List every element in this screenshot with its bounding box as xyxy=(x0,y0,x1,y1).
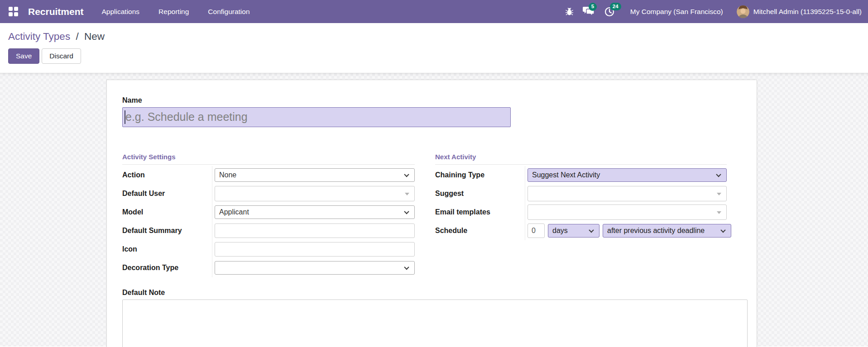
chevron-down-icon xyxy=(404,172,409,177)
caret-down-icon xyxy=(717,193,721,195)
model-select[interactable]: Applicant xyxy=(215,205,415,219)
default-user-field[interactable] xyxy=(215,186,415,201)
action-select[interactable]: None xyxy=(215,168,415,182)
form-action-buttons: Save Discard xyxy=(8,48,868,64)
next-activity-title: Next Activity xyxy=(435,153,727,165)
messages-icon[interactable]: 5 xyxy=(583,6,595,17)
apps-grid-cell xyxy=(14,12,18,16)
chevron-down-icon xyxy=(404,265,409,270)
model-row: Model Applicant xyxy=(122,203,415,222)
decoration-type-label: Decoration Type xyxy=(122,259,212,277)
bug-icon xyxy=(565,7,574,16)
apps-grid-cell xyxy=(14,7,18,11)
default-summary-label: Default Summary xyxy=(122,222,212,240)
user-menu[interactable]: Mitchell Admin (11395225-15-0-all) xyxy=(737,5,862,18)
activities-clock-icon[interactable]: 24 xyxy=(604,6,615,17)
activity-settings-title: Activity Settings xyxy=(122,153,415,165)
navbar-systray: 5 24 My Company (San Francisco) Mitchell… xyxy=(565,5,862,18)
control-panel: Activity Types / New Save Discard xyxy=(0,23,868,73)
menu-reporting[interactable]: Reporting xyxy=(158,1,190,23)
schedule-row: Schedule days after previous activity de… xyxy=(435,222,727,240)
chaining-type-select-value: Suggest Next Activity xyxy=(532,171,600,179)
breadcrumb-separator: / xyxy=(76,31,78,42)
apps-grid-icon[interactable] xyxy=(9,7,18,16)
chevron-down-icon xyxy=(720,228,725,233)
action-row: Action None xyxy=(122,166,415,185)
activities-count-badge: 24 xyxy=(610,3,621,11)
default-note-textarea[interactable] xyxy=(122,299,748,347)
messages-count-badge: 5 xyxy=(589,3,597,11)
email-templates-field[interactable] xyxy=(528,204,727,220)
schedule-unit-select[interactable]: days xyxy=(548,224,599,238)
model-select-value: Applicant xyxy=(219,208,249,216)
schedule-relation-select[interactable]: after previous activity deadline xyxy=(603,224,731,238)
chevron-down-icon xyxy=(589,228,594,233)
schedule-relation-value: after previous activity deadline xyxy=(607,227,705,235)
apps-grid-cell xyxy=(9,7,13,11)
discard-button[interactable]: Discard xyxy=(42,48,81,64)
activity-settings-group: Activity Settings Action None Default Us… xyxy=(122,153,415,277)
model-label: Model xyxy=(122,203,212,222)
menu-applications[interactable]: Applications xyxy=(101,1,141,23)
main-menu: Applications Reporting Configuration xyxy=(101,1,251,23)
chevron-down-icon xyxy=(716,172,721,177)
chaining-type-select[interactable]: Suggest Next Activity xyxy=(528,168,727,182)
name-input[interactable] xyxy=(122,107,511,127)
suggest-row: Suggest xyxy=(435,185,727,203)
breadcrumb-current: New xyxy=(84,31,105,42)
save-button[interactable]: Save xyxy=(8,48,39,64)
default-note-label: Default Note xyxy=(122,289,741,297)
caret-down-icon xyxy=(717,211,721,214)
suggest-field[interactable] xyxy=(528,186,727,201)
suggest-label: Suggest xyxy=(435,185,525,203)
next-activity-group: Next Activity Chaining Type Suggest Next… xyxy=(435,153,727,277)
form-view-background: Name Activity Settings Action None xyxy=(0,73,868,347)
app-name[interactable]: Recruitment xyxy=(28,6,84,17)
default-note-block: Default Note xyxy=(122,289,741,347)
decoration-type-select[interactable] xyxy=(215,261,415,275)
icon-input[interactable] xyxy=(215,242,415,257)
name-label: Name xyxy=(122,96,741,105)
default-user-label: Default User xyxy=(122,185,212,203)
default-summary-input[interactable] xyxy=(215,223,415,238)
email-templates-label: Email templates xyxy=(435,203,525,222)
form-sheet: Name Activity Settings Action None xyxy=(106,80,757,347)
action-label: Action xyxy=(122,166,212,185)
top-navbar: Recruitment Applications Reporting Confi… xyxy=(0,0,868,23)
email-templates-row: Email templates xyxy=(435,203,727,222)
schedule-unit-value: days xyxy=(552,227,568,235)
default-summary-row: Default Summary xyxy=(122,222,415,240)
caret-down-icon xyxy=(405,193,409,195)
breadcrumb-activity-types-link[interactable]: Activity Types xyxy=(8,31,70,42)
icon-row: Icon xyxy=(122,240,415,259)
text-cursor xyxy=(125,110,125,124)
decoration-type-row: Decoration Type xyxy=(122,259,415,277)
company-switcher[interactable]: My Company (San Francisco) xyxy=(630,8,723,16)
settings-groups: Activity Settings Action None Default Us… xyxy=(122,153,741,277)
breadcrumb: Activity Types / New xyxy=(8,31,868,43)
debug-bug-icon[interactable] xyxy=(565,7,574,16)
default-user-row: Default User xyxy=(122,185,415,203)
chaining-type-label: Chaining Type xyxy=(435,166,525,185)
chaining-type-row: Chaining Type Suggest Next Activity xyxy=(435,166,727,185)
schedule-number-input[interactable] xyxy=(528,223,545,238)
name-field-block: Name xyxy=(122,96,741,127)
avatar xyxy=(737,5,749,18)
menu-configuration[interactable]: Configuration xyxy=(207,1,250,23)
action-select-value: None xyxy=(219,171,236,179)
chevron-down-icon xyxy=(404,209,409,214)
apps-grid-cell xyxy=(9,12,13,16)
schedule-label: Schedule xyxy=(435,222,525,240)
user-name: Mitchell Admin (11395225-15-0-all) xyxy=(753,8,862,16)
icon-label: Icon xyxy=(122,240,212,259)
